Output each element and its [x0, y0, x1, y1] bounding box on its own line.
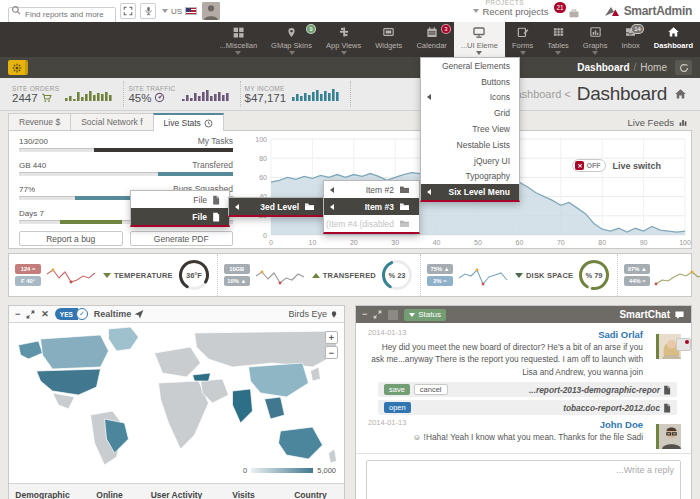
nav-item-gmap-skins[interactable]: 9GMap Skins: [264, 22, 319, 57]
stat-value: $47,171: [245, 92, 287, 104]
tab-social-network-f[interactable]: Social Network f: [70, 113, 153, 130]
send-icon: [134, 309, 144, 319]
breadcrumb-home[interactable]: Home: [640, 62, 667, 73]
tab-live-stats[interactable]: Live Stats: [153, 113, 224, 131]
map-zoom-out-button[interactable]: −: [325, 346, 338, 359]
progress-fill: [158, 172, 233, 176]
menu-item-grid[interactable]: Grid: [421, 105, 519, 121]
menu-item-label: Nestable Lists: [457, 140, 510, 150]
attachment-name[interactable]: tobacco-report-2012.doc: [563, 403, 671, 413]
message-author[interactable]: Sadi Orlaf: [368, 329, 643, 340]
sparkline-strip: 124 =F 40°TEMPERATURE36°F10GB10% ▲TRANSF…: [8, 253, 692, 297]
menu-item-3ed-level[interactable]: 3ed Level: [229, 198, 324, 215]
grid-icon: [232, 25, 245, 39]
realtime-toggle[interactable]: YES ✓: [55, 308, 88, 320]
toggle-off-button[interactable]: ✕ OFF: [572, 159, 606, 172]
menu-item-typography[interactable]: Typography: [421, 169, 519, 185]
stat-chip: 124 =: [15, 264, 41, 274]
country-japan: [311, 367, 321, 381]
nav-item-calendar[interactable]: 3Calendar: [409, 22, 453, 57]
collapse-icon[interactable]: −: [362, 310, 367, 319]
expand-icon[interactable]: [26, 310, 35, 319]
nav-item-label: GMap Skins: [271, 41, 312, 50]
svg-text:60: 60: [516, 239, 524, 246]
expand-icon[interactable]: [373, 310, 382, 319]
tabs-row: Revenue $Social Network fLive Stats Live…: [8, 113, 692, 130]
settings-button[interactable]: [8, 60, 28, 75]
nav-item-inbox[interactable]: 14Inbox: [614, 22, 646, 57]
search-input[interactable]: [8, 7, 116, 23]
nav-item--ui-eleme[interactable]: ...UI Eleme: [454, 22, 505, 57]
menu-item-file[interactable]: File: [131, 191, 229, 208]
table-header-country[interactable]: Country: [277, 490, 344, 499]
nav-item--miscellan[interactable]: ...Miscellan: [213, 22, 265, 57]
report-a-bug-button[interactable]: Report a bug: [19, 231, 123, 246]
svg-text:0: 0: [263, 232, 267, 239]
nav-item-label: App Views: [326, 41, 361, 50]
stat-value: 45%: [128, 92, 175, 104]
table-header-demographic[interactable]: Demographic: [9, 490, 76, 499]
table-header-visits[interactable]: Visits: [210, 490, 277, 499]
briefcase-icon[interactable]: [568, 8, 580, 19]
generate-pdf-button[interactable]: Generate PDF: [130, 231, 234, 246]
open-button[interactable]: open: [384, 402, 411, 413]
svg-text:0: 0: [269, 239, 273, 246]
tab-revenue-[interactable]: Revenue $: [8, 113, 71, 130]
nav-item-tables[interactable]: Tables: [540, 22, 576, 57]
refresh-icon: [679, 63, 689, 73]
menu-item-item-#3[interactable]: Item #3: [324, 198, 419, 215]
nav-item-graphs[interactable]: Graphs: [576, 22, 615, 57]
save-button[interactable]: save: [384, 384, 410, 395]
nav-item-dashboard[interactable]: Dashboard: [647, 22, 700, 57]
page-title-wrap: My Dashboard < Dashboard: [490, 83, 692, 105]
legend-gradient: [251, 468, 313, 473]
file-icon: [663, 403, 671, 413]
message-text: Hey did you meet the new board of direct…: [368, 341, 643, 378]
birds-eye-panel: − ✕ YES ✓ Realtime Birds Eye: [8, 305, 345, 499]
refresh-button[interactable]: [675, 60, 692, 75]
table-header-user-activity[interactable]: User Activity: [143, 490, 210, 499]
widget-icon[interactable]: [388, 310, 398, 320]
menu-item-buttons[interactable]: Buttons: [421, 74, 519, 90]
monitor-icon: [472, 25, 486, 39]
menu-item-icons[interactable]: Icons: [421, 90, 519, 106]
recent-projects-dropdown[interactable]: Recent projects: [473, 6, 548, 17]
menu-item-item-#2[interactable]: Item #2: [324, 181, 419, 198]
menu-item-label: File: [193, 195, 207, 205]
country-australia: [279, 427, 323, 459]
nav-item-app-views[interactable]: App Views: [319, 22, 368, 57]
breadcrumb-dashboard[interactable]: Dashboard: [577, 62, 629, 73]
sparkline-wrap: [254, 262, 308, 288]
nav-item-forms[interactable]: Forms: [505, 22, 540, 57]
menu-item-tree-view[interactable]: Tree View: [421, 121, 519, 137]
projects-badge: 21: [554, 2, 565, 13]
realtime-label: Realtime: [94, 309, 145, 319]
menu-item-nestable-lists[interactable]: Nestable Lists: [421, 137, 519, 153]
message-author[interactable]: John Doe: [368, 419, 643, 430]
attachment-name[interactable]: ...report-2013-demographic-repor: [529, 385, 671, 395]
status-dropdown[interactable]: Status: [404, 309, 446, 321]
search-icon: [11, 5, 21, 15]
voice-button[interactable]: [140, 3, 156, 19]
user-avatar[interactable]: [202, 2, 220, 20]
stat-sparkbars: [65, 86, 115, 102]
fullscreen-button[interactable]: [120, 3, 136, 19]
cancel-button[interactable]: cancel: [414, 384, 448, 395]
dial-icon: [154, 92, 165, 103]
nav-item-widgets[interactable]: Widgets: [368, 22, 409, 57]
menu-item-six-level-menu[interactable]: Six Level Menu: [421, 184, 519, 200]
menu-item-general-elements[interactable]: General Elements: [421, 58, 519, 74]
collapse-icon[interactable]: −: [15, 310, 20, 319]
live-switch: ✕ OFF Live switch: [572, 159, 661, 172]
toggle-x-icon: ✕: [575, 161, 584, 170]
panel-title: SmartChat: [619, 309, 685, 320]
smartadmin-dashboard: US PROJECTS Recent projects 21 SmartAdmi…: [0, 0, 700, 499]
menu-item-file[interactable]: File: [131, 208, 229, 225]
menu-item-jquery-ui[interactable]: jQuery UI: [421, 153, 519, 169]
reply-input[interactable]: [366, 460, 681, 499]
close-icon[interactable]: ✕: [41, 310, 49, 319]
table-header-online[interactable]: Online: [76, 490, 143, 499]
language-selector[interactable]: US: [162, 7, 197, 16]
map-zoom-in-button[interactable]: +: [325, 331, 338, 344]
world-map[interactable]: + − 0 5,000: [9, 323, 344, 483]
